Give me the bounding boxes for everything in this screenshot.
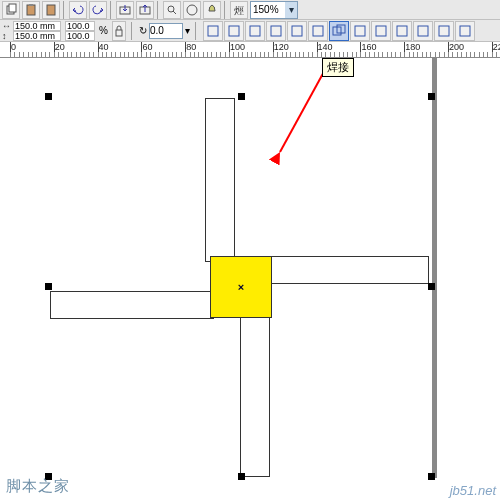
separator — [224, 1, 227, 19]
simplify-button[interactable] — [392, 21, 412, 41]
boundary-button[interactable] — [455, 21, 475, 41]
rotation-input[interactable] — [149, 23, 183, 39]
svg-point-9 — [187, 5, 197, 15]
trim-button[interactable] — [350, 21, 370, 41]
front-minus-button[interactable] — [413, 21, 433, 41]
paste-special-icon[interactable] — [42, 1, 60, 19]
svg-rect-2 — [27, 5, 35, 15]
mirror-v-button[interactable] — [224, 21, 244, 41]
separator — [131, 22, 134, 40]
object-size: ↔ ↕ — [2, 21, 61, 41]
ruler-tick-label: 200 — [449, 42, 464, 52]
selection-handle[interactable] — [238, 93, 245, 100]
ruler-tick-label: 60 — [142, 42, 152, 52]
width-input[interactable] — [13, 21, 61, 31]
ruler-tick-label: 220 — [493, 42, 500, 52]
settings-icon[interactable]: 烴 — [230, 1, 248, 19]
rectangle-shape[interactable] — [265, 256, 429, 284]
selection-handle[interactable] — [45, 283, 52, 290]
rectangle-shape[interactable] — [205, 98, 235, 262]
scale-x-input[interactable] — [65, 21, 95, 31]
svg-rect-12 — [208, 26, 218, 36]
scale-unit: % — [99, 25, 108, 36]
redo-icon[interactable] — [89, 1, 107, 19]
zoom-input[interactable] — [251, 2, 285, 18]
selection-handle[interactable] — [238, 473, 245, 480]
page-edge — [432, 58, 437, 478]
import-icon[interactable] — [116, 1, 134, 19]
selection-handle[interactable] — [428, 93, 435, 100]
scale-y-input[interactable] — [65, 31, 95, 41]
chevron-down-icon[interactable]: ▾ — [185, 25, 190, 36]
back-minus-button[interactable] — [434, 21, 454, 41]
front-of-button[interactable] — [245, 21, 265, 41]
search-web-icon[interactable] — [183, 1, 201, 19]
ruler-tick-label: 160 — [361, 42, 376, 52]
svg-rect-23 — [418, 26, 428, 36]
rectangle-shape[interactable] — [50, 291, 214, 319]
copy-icon[interactable] — [2, 1, 20, 19]
height-input[interactable] — [13, 31, 61, 41]
bell-icon[interactable] — [203, 1, 221, 19]
paste-icon[interactable] — [22, 1, 40, 19]
object-scale — [65, 21, 95, 41]
main-toolbar: 烴 ▾ — [0, 0, 500, 20]
ruler-tick-label: 0 — [11, 42, 16, 52]
ruler-tick-label: 140 — [318, 42, 333, 52]
svg-rect-20 — [355, 26, 365, 36]
svg-rect-16 — [292, 26, 302, 36]
zoom-combo[interactable]: ▾ — [250, 1, 298, 19]
svg-rect-14 — [250, 26, 260, 36]
behind-button[interactable] — [266, 21, 286, 41]
selection-handle[interactable] — [45, 93, 52, 100]
separator — [110, 1, 113, 19]
ruler-tick-label: 80 — [186, 42, 196, 52]
rotation-field: ↻ ▾ — [139, 23, 190, 39]
svg-rect-4 — [47, 5, 55, 15]
svg-rect-24 — [439, 26, 449, 36]
selection-handle[interactable] — [428, 473, 435, 480]
svg-text:烴: 烴 — [234, 5, 244, 16]
property-bar: ↔ ↕ % ↻ ▾ — [0, 20, 500, 42]
svg-rect-22 — [397, 26, 407, 36]
mirror-h-button[interactable] — [203, 21, 223, 41]
drawing-canvas[interactable]: 焊接 × — [0, 58, 500, 502]
weld-tooltip: 焊接 — [322, 58, 354, 77]
search-icon[interactable] — [163, 1, 181, 19]
ruler-tick-label: 40 — [99, 42, 109, 52]
selection-handle[interactable] — [428, 283, 435, 290]
selection-center-icon: × — [238, 281, 244, 293]
rectangle-shape[interactable] — [240, 313, 270, 477]
to-front-button[interactable] — [287, 21, 307, 41]
svg-rect-3 — [29, 4, 33, 6]
weld-button[interactable] — [329, 21, 349, 41]
svg-rect-13 — [229, 26, 239, 36]
svg-rect-25 — [460, 26, 470, 36]
export-icon[interactable] — [136, 1, 154, 19]
shaping-operations — [203, 21, 475, 41]
ruler-tick-label: 100 — [230, 42, 245, 52]
separator — [63, 1, 66, 19]
svg-rect-21 — [376, 26, 386, 36]
intersect-button[interactable] — [371, 21, 391, 41]
ruler-tick-label: 20 — [55, 42, 65, 52]
svg-rect-11 — [116, 30, 122, 36]
width-label: ↔ — [2, 21, 12, 31]
svg-rect-17 — [313, 26, 323, 36]
ruler-tick-label: 180 — [405, 42, 420, 52]
horizontal-ruler: 020406080100120140160180200220 — [0, 42, 500, 58]
svg-line-26 — [280, 68, 326, 152]
chevron-down-icon[interactable]: ▾ — [285, 2, 297, 18]
separator — [157, 1, 160, 19]
svg-line-8 — [173, 11, 176, 14]
rotate-icon: ↻ — [139, 25, 147, 36]
lock-aspect-icon[interactable] — [112, 21, 126, 41]
ruler-tick-label: 120 — [274, 42, 289, 52]
separator — [195, 22, 198, 40]
watermark-text: jb51.net — [450, 483, 496, 498]
brand-text: 脚本之家 — [6, 477, 70, 496]
height-label: ↕ — [2, 31, 12, 41]
to-back-button[interactable] — [308, 21, 328, 41]
undo-icon[interactable] — [69, 1, 87, 19]
svg-rect-15 — [271, 26, 281, 36]
